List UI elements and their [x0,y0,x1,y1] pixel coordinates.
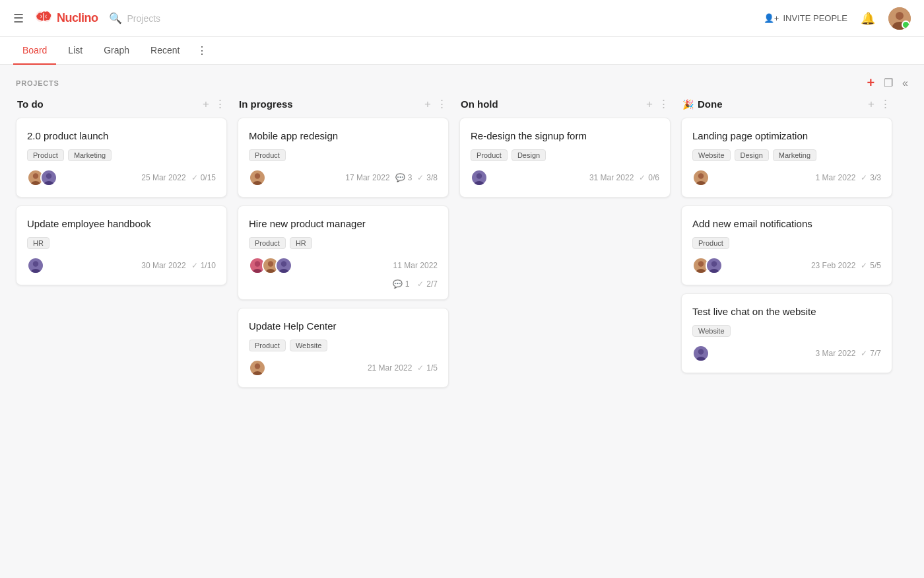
user-avatar[interactable] [888,7,911,30]
card-mobile-redesign[interactable]: Mobile app redesign Product 17 Mar 2022 … [238,118,449,198]
check-icon: ✓ [861,173,867,182]
card-title: Hire new product manager [249,217,438,231]
collapse-button[interactable]: « [902,77,908,89]
column-onhold-title: On hold [461,98,646,110]
hamburger-menu[interactable]: ☰ [13,11,24,26]
card-checks: ✓ 3/8 [417,173,438,182]
svg-point-21 [477,173,482,178]
card-avatars [692,257,723,274]
tag-product: Product [692,237,729,249]
card-email-notifications[interactable]: Add new email notifications Product 23 F… [681,205,892,285]
card-date: 1 Mar 2022 [816,173,856,182]
tag-design: Design [512,149,546,161]
column-inprogress-actions: + ⋮ [424,98,447,110]
column-onhold-actions: + ⋮ [646,98,669,110]
svg-point-29 [698,349,704,354]
column-done-menu[interactable]: ⋮ [880,98,891,110]
check-icon: ✓ [417,363,424,373]
column-onhold: On hold + ⋮ Re-design the signup form Pr… [459,98,671,205]
svg-point-3 [896,12,904,20]
card-title: Test live chat on the website [692,305,881,318]
card-avatars [27,257,44,274]
card-tags: HR [27,237,216,249]
projects-header: PROJECTS + ❐ « [0,65,924,98]
column-inprogress-menu[interactable]: ⋮ [436,98,447,110]
card-checks: ✓ 0/6 [639,173,659,182]
avatar [40,169,57,186]
card-hire-manager[interactable]: Hire new product manager Product HR [238,205,449,300]
card-help-center[interactable]: Update Help Center Product Website 21 Ma… [238,308,449,388]
column-done-add[interactable]: + [868,98,874,110]
card-avatars [692,345,710,362]
tag-hr: HR [290,237,312,249]
svg-point-8 [44,181,53,185]
svg-point-30 [696,357,706,361]
svg-point-13 [255,261,260,266]
svg-point-12 [252,181,262,185]
card-employee-handbook[interactable]: Update employee handbook HR 30 Mar 2022 … [16,205,227,285]
logo[interactable]: Nuclino [34,9,98,28]
tab-list[interactable]: List [59,37,92,65]
check-icon: ✓ [191,173,198,182]
card-checks: ✓ 3/3 [861,173,881,182]
column-todo-add[interactable]: + [203,98,209,110]
done-emoji: 🎉 [682,99,694,110]
avatar [249,359,266,377]
search-bar[interactable]: 🔍 Projects [109,12,161,24]
tag-product: Product [471,149,508,161]
card-footer: 21 Mar 2022 ✓ 1/5 [249,359,438,377]
tab-graph[interactable]: Graph [94,37,139,65]
card-footer: 1 Mar 2022 ✓ 3/3 [692,169,881,186]
card-title: Re-design the signup form [471,129,659,143]
svg-point-27 [711,261,717,266]
card-date: 3 Mar 2022 [816,349,856,358]
notifications-bell[interactable]: 🔔 [861,11,875,26]
column-todo-menu[interactable]: ⋮ [214,98,226,110]
card-date: 17 Mar 2022 [345,173,389,182]
tag-product: Product [249,149,286,161]
card-checks: ✓ 7/7 [861,349,881,358]
card-footer: 30 Mar 2022 ✓ 1/10 [27,257,216,274]
column-onhold-menu[interactable]: ⋮ [658,98,669,110]
column-done-header: 🎉 Done + ⋮ [681,98,892,110]
search-icon: 🔍 [109,12,122,24]
column-todo-actions: + ⋮ [203,98,226,110]
logo-text: Nuclino [57,11,98,25]
check-icon: ✓ [191,261,198,270]
card-title: Add new email notifications [692,217,881,231]
card-footer: 3 Mar 2022 ✓ 7/7 [692,345,881,362]
invite-people-button[interactable]: 👤+ INVITE PEOPLE [764,13,847,23]
tab-recent[interactable]: Recent [141,37,189,65]
expand-button[interactable]: ❐ [884,77,893,89]
card-date: 21 Mar 2022 [368,363,412,373]
add-project-button[interactable]: + [867,75,874,90]
avatar [692,345,710,362]
svg-point-17 [281,261,286,266]
card-landing-page[interactable]: Landing page optimization Website Design… [681,118,892,198]
card-tags: Product [692,237,881,249]
avatar [471,169,488,186]
svg-point-14 [252,269,262,273]
tag-website: Website [290,340,328,351]
column-todo: To do + ⋮ 2.0 product launch Product Mar… [16,98,227,293]
column-onhold-add[interactable]: + [646,98,653,110]
card-tags: Product [249,149,438,161]
card-tags: Product Website [249,340,438,351]
tab-board[interactable]: Board [13,37,56,65]
card-avatars [249,169,266,186]
tab-more-button[interactable]: ⋮ [191,38,213,63]
card-product-launch[interactable]: 2.0 product launch Product Marketing 25 … [16,118,227,198]
column-inprogress-add[interactable]: + [424,98,431,110]
avatar [706,257,723,274]
svg-point-11 [255,173,260,178]
card-checks: ✓ 1/5 [417,363,438,373]
column-inprogress: In progress + ⋮ Mobile app redesign Prod… [238,98,449,396]
card-live-chat[interactable]: Test live chat on the website Website 3 … [681,293,892,373]
card-date: 23 Feb 2022 [811,261,855,270]
card-signup-form[interactable]: Re-design the signup form Product Design… [459,118,671,198]
avatar [275,257,292,274]
projects-actions: + ❐ « [867,75,908,90]
avatar [27,257,44,274]
card-comments: 💬 3 [395,173,412,182]
column-todo-header: To do + ⋮ [16,98,227,110]
